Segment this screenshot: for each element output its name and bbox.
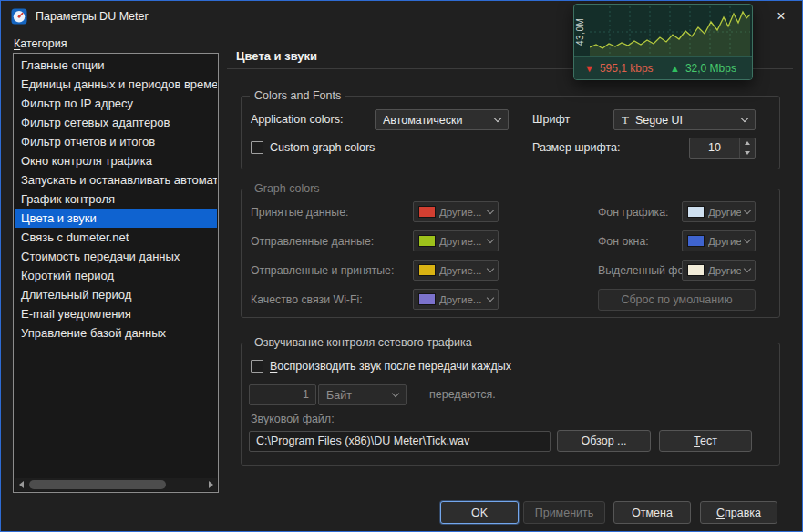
reset-defaults-button[interactable]: Сброс по умолчанию	[598, 289, 756, 311]
scrollbar-track[interactable]	[27, 478, 204, 491]
color-select-value: Другие...	[708, 236, 741, 247]
category-list-item[interactable]: Фильтр по IP адресу	[15, 94, 217, 113]
spin-down-button[interactable]	[740, 148, 755, 159]
graph-colors-group: Graph colors Принятые данные: Другие... …	[241, 189, 780, 318]
category-list-item[interactable]: Длительный период	[15, 285, 217, 304]
graph-stats-bar: ▼ 595,1 kbps ▲ 32,0 Mbps	[574, 56, 752, 79]
chevron-down-icon	[487, 293, 494, 301]
upload-arrow-icon: ▲	[670, 64, 680, 74]
color-select[interactable]: Другие...	[413, 230, 499, 251]
graph-color-row: Выделенный фон: Другие...	[598, 260, 756, 281]
category-listbox[interactable]: Главные опции Единицы данных и периодов …	[13, 53, 219, 493]
ok-label: OK	[471, 506, 488, 519]
test-button[interactable]: Тест	[659, 430, 752, 452]
apply-label: Применить	[535, 506, 594, 519]
color-swatch	[418, 293, 436, 305]
chevron-down-icon	[487, 264, 494, 271]
download-value: 595,1 kbps	[600, 62, 654, 75]
spin-up-button[interactable]	[740, 138, 755, 148]
sound-file-label: Звуковой файл:	[251, 409, 335, 430]
color-select[interactable]: Другие...	[413, 201, 499, 222]
sound-group-legend: Озвучивание контроля сетевого трафика	[250, 335, 477, 351]
browse-label: Обзор ...	[582, 435, 627, 447]
close-icon: ×	[777, 8, 785, 25]
application-colors-label: Application colors:	[251, 109, 343, 130]
graph-color-label: Принятые данные:	[251, 206, 413, 219]
graph-color-label: Выделенный фон:	[598, 264, 682, 277]
chevron-down-icon	[487, 206, 494, 213]
font-size-label: Размер шрифта:	[532, 138, 620, 159]
chevron-down-icon	[392, 389, 399, 396]
category-list-item[interactable]: Короткий период	[15, 266, 217, 285]
color-swatch	[418, 264, 436, 276]
category-list-item[interactable]: Запускать и останавливать автоматически	[15, 170, 217, 189]
category-list-item[interactable]: Цвета и звуки	[15, 209, 217, 228]
apply-button[interactable]: Применить	[523, 501, 605, 524]
color-select[interactable]: Другие...	[682, 201, 756, 222]
category-list-item[interactable]: E-mail уведомления	[15, 304, 217, 323]
colors-and-fonts-group: Colors and Fonts Application colors: Авт…	[241, 96, 780, 169]
help-button[interactable]: Справка	[700, 501, 777, 524]
unit-select[interactable]: Байт	[318, 384, 407, 405]
color-select[interactable]: Другие...	[682, 260, 756, 281]
app-icon	[11, 8, 27, 25]
color-select-value: Другие...	[439, 236, 484, 247]
transfer-suffix-label: передаются.	[429, 384, 496, 405]
upload-value: 32,0 Mbps	[685, 62, 736, 75]
font-size-spinner[interactable]: 10	[689, 138, 756, 159]
sound-file-input[interactable]: C:\Program Files (x86)\DU Meter\Tick.wav	[249, 431, 551, 452]
color-select[interactable]: Другие...	[682, 230, 756, 251]
test-label: Тест	[694, 435, 717, 447]
transfer-count-input[interactable]: 1	[249, 384, 316, 405]
application-colors-value: Автоматически	[383, 114, 495, 127]
colors-and-fonts-legend: Colors and Fonts	[250, 88, 345, 104]
graph-color-label: Отправленные и принятые:	[251, 264, 413, 277]
color-select-value: Другие...	[708, 265, 741, 276]
category-list-item[interactable]: Связь с dumeter.net	[15, 228, 217, 247]
scroll-right-button[interactable]	[204, 478, 217, 491]
help-label: Справка	[716, 506, 761, 519]
category-list-item[interactable]: Управление базой данных	[15, 323, 217, 343]
horizontal-scrollbar[interactable]	[15, 478, 217, 491]
category-list-item[interactable]: Фильтр сетевых адаптеров	[15, 113, 217, 132]
font-select[interactable]: T Segoe UI	[613, 109, 756, 130]
play-sound-label: Воспроизводить звук после передачи кажды…	[270, 357, 511, 375]
application-colors-select[interactable]: Автоматически	[375, 109, 509, 130]
scroll-left-button[interactable]	[15, 478, 27, 491]
chevron-down-icon	[494, 114, 501, 121]
graph-color-row: Отправленные и принятые: Другие...	[251, 260, 508, 281]
cancel-button[interactable]: Отмена	[613, 501, 691, 524]
font-label: Шрифт	[532, 109, 570, 130]
custom-graph-colors-label: Custom graph colors	[270, 138, 375, 157]
category-list-item[interactable]: Окно контроля трафика	[15, 151, 217, 170]
custom-graph-colors-checkbox[interactable]	[251, 141, 263, 154]
du-meter-graph-widget[interactable]: 43,0M ▼ 595,1 kbps ▲ 32,0 Mbps	[573, 4, 753, 80]
color-select[interactable]: Другие...	[413, 289, 499, 310]
color-select[interactable]: Другие...	[413, 260, 499, 281]
scrollbar-thumb[interactable]	[29, 480, 166, 489]
unit-value: Байт	[326, 389, 393, 402]
color-swatch	[687, 235, 705, 247]
chevron-down-icon	[744, 206, 751, 213]
browse-button[interactable]: Обзор ...	[557, 430, 651, 452]
category-list-item[interactable]: Главные опции	[15, 56, 217, 75]
ok-button[interactable]: OK	[440, 501, 519, 524]
category-list-item[interactable]: Стоимость передачи данных	[15, 247, 217, 266]
close-button[interactable]: ×	[760, 1, 802, 32]
category-list-item[interactable]: График контроля	[15, 189, 217, 209]
graph-color-label: Качество связи Wi-Fi:	[251, 293, 413, 306]
download-stat: ▼ 595,1 kbps	[574, 62, 666, 75]
cancel-label: Отмена	[632, 506, 673, 519]
graph-scale-label: 43,0M	[575, 7, 589, 56]
category-list-item[interactable]: Фильтр отчетов и итогов	[15, 132, 217, 151]
graph-color-row: Отправленные данные: Другие...	[251, 230, 508, 251]
graph-color-label: Отправленные данные:	[251, 235, 413, 248]
play-sound-checkbox[interactable]	[251, 360, 263, 373]
graph-color-label: Фон графика:	[598, 206, 682, 219]
category-list: Главные опции Единицы данных и периодов …	[15, 56, 217, 343]
download-arrow-icon: ▼	[584, 64, 594, 74]
chevron-down-icon	[744, 235, 751, 242]
category-list-item[interactable]: Единицы данных и периодов времени	[15, 75, 217, 94]
window-title: Параметры DU Meter	[36, 1, 149, 32]
graph-color-label: Фон окна:	[598, 235, 682, 248]
